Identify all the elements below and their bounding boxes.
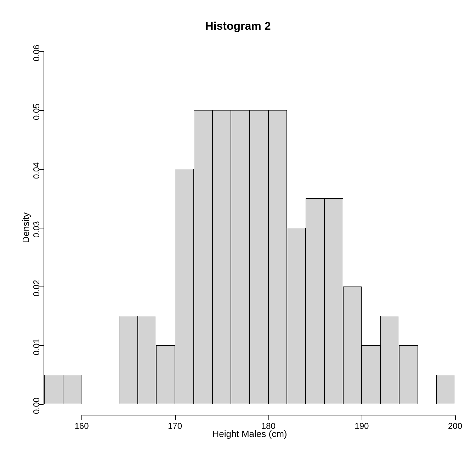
histogram-bar xyxy=(175,169,194,404)
histogram-bar xyxy=(194,110,212,404)
y-tick-label: 0.00 xyxy=(32,397,41,414)
histogram-bar xyxy=(306,198,324,404)
histogram-bar xyxy=(380,316,399,404)
histogram-bar xyxy=(287,228,306,404)
histogram-chart: Histogram 2 Height Males (cm) Density 16… xyxy=(0,0,476,476)
x-tick xyxy=(81,415,82,420)
x-axis-label: Height Males (cm) xyxy=(44,429,455,440)
y-tick-label: 0.04 xyxy=(32,162,41,179)
x-tick-label: 190 xyxy=(355,421,369,431)
histogram-bar xyxy=(212,110,231,404)
histogram-bar xyxy=(268,110,287,404)
x-tick xyxy=(455,415,456,420)
y-tick-label: 0.01 xyxy=(32,339,41,355)
x-tick-label: 200 xyxy=(448,421,462,431)
y-axis-label: Density xyxy=(21,212,32,243)
x-tick-label: 170 xyxy=(168,421,182,431)
x-tick-label: 160 xyxy=(74,421,89,431)
histogram-bar xyxy=(343,287,362,404)
y-tick-label: 0.03 xyxy=(32,221,41,238)
histogram-bar xyxy=(138,316,157,404)
histogram-bar xyxy=(44,375,63,404)
x-tick-label: 180 xyxy=(261,421,276,431)
histogram-bar xyxy=(436,375,455,404)
histogram-bar xyxy=(119,316,138,404)
histogram-bar xyxy=(250,110,268,404)
histogram-bar xyxy=(399,345,418,404)
plot-area: Height Males (cm) Density 16017018019020… xyxy=(44,51,455,404)
histogram-bar xyxy=(63,375,82,404)
y-tick-label: 0.06 xyxy=(32,45,41,61)
histogram-bar xyxy=(231,110,250,404)
y-axis-line xyxy=(44,51,44,404)
chart-title: Histogram 2 xyxy=(0,19,476,33)
x-tick xyxy=(362,415,362,420)
x-tick xyxy=(268,415,269,420)
histogram-bar xyxy=(156,345,175,404)
x-tick xyxy=(175,415,176,420)
histogram-bar xyxy=(324,198,343,404)
y-tick-label: 0.02 xyxy=(32,280,41,296)
histogram-bar xyxy=(362,345,380,404)
y-tick-label: 0.05 xyxy=(32,103,41,120)
